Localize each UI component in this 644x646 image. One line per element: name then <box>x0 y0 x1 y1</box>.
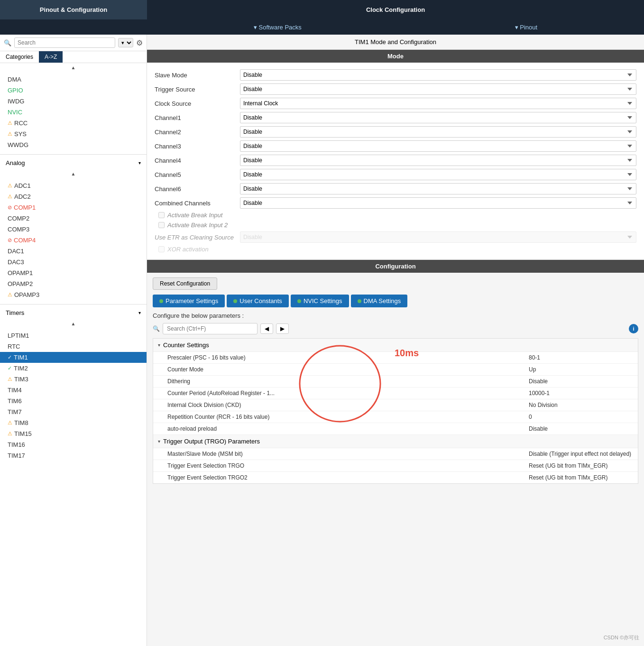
tab-parameter-settings[interactable]: Parameter Settings <box>153 295 225 307</box>
sidebar-section-analog: ⚠ADC1 ⚠ADC2 ⊘COMP1 COMP2 COMP3 ⊘COMP4 DA… <box>0 178 147 302</box>
sidebar-item-comp1[interactable]: ⊘COMP1 <box>0 202 147 213</box>
sidebar-item-iwdg[interactable]: IWDG <box>0 96 147 107</box>
sidebar-item-rtc[interactable]: RTC <box>0 341 147 352</box>
clock-source-select[interactable]: Internal Clock <box>240 98 636 109</box>
sidebar-item-tim3[interactable]: ⚠TIM3 <box>0 374 147 385</box>
sidebar-scroll-up-timers[interactable]: ▲ <box>0 319 147 328</box>
config-search-input[interactable] <box>163 323 258 334</box>
sidebar-analog-header[interactable]: Analog ▾ <box>0 157 147 169</box>
sidebar-item-tim1[interactable]: ✓ TIM1 <box>0 352 147 363</box>
config-header: Configuration <box>147 260 644 273</box>
sidebar-item-comp4[interactable]: ⊘COMP4 <box>0 235 147 246</box>
nav-prev-button[interactable]: ◀ <box>260 323 273 334</box>
sidebar-item-dac1[interactable]: DAC1 <box>0 246 147 257</box>
sidebar-search-row: 🔍 ▾ ⚙ <box>0 35 147 51</box>
timers-chevron: ▾ <box>138 310 141 315</box>
sidebar-item-tim2[interactable]: ✓ TIM2 <box>0 363 147 374</box>
sidebar-item-comp2[interactable]: COMP2 <box>0 213 147 224</box>
software-packs-link[interactable]: Software Packs <box>254 24 302 31</box>
search-input[interactable] <box>14 37 115 48</box>
activate-break2-checkbox[interactable] <box>158 222 165 228</box>
tab-nvic-settings[interactable]: NVIC Settings <box>291 295 349 307</box>
trigger-source-select[interactable]: Disable <box>240 83 636 95</box>
config-search-row: 🔍 ◀ ▶ i <box>153 323 638 334</box>
channel1-row: Channel1 Disable <box>155 112 636 123</box>
clock-header: Clock Configuration <box>147 0 644 19</box>
sidebar-item-lptim1[interactable]: LPTIM1 <box>0 330 147 341</box>
sidebar-item-dac3[interactable]: DAC3 <box>0 257 147 268</box>
sidebar-item-rcc[interactable]: ⚠ RCC <box>0 118 147 129</box>
param-row-counter-period: Counter Period (AutoReload Register - 1.… <box>153 388 638 399</box>
sidebar-item-tim15[interactable]: ⚠TIM15 <box>0 428 147 439</box>
trigger-output-header[interactable]: ▾ Trigger Output (TRGO) Parameters <box>153 435 638 448</box>
channel3-select[interactable]: Disable <box>240 140 636 152</box>
channel2-select[interactable]: Disable <box>240 126 636 138</box>
tab-categories[interactable]: Categories <box>0 51 39 63</box>
nvic-settings-dot <box>297 299 301 303</box>
user-constants-dot <box>233 299 237 303</box>
activate-break2-label: Activate Break Input 2 <box>167 221 228 229</box>
sidebar-item-nvic[interactable]: NVIC <box>0 107 147 118</box>
annotation-area: ▾ Counter Settings Prescaler (PSC - 16 b… <box>153 338 638 484</box>
channel5-label: Channel5 <box>155 171 240 178</box>
tim1-check-icon: ✓ <box>8 354 12 360</box>
nav-next-button[interactable]: ▶ <box>276 323 289 334</box>
iwdg-label: IWDG <box>8 98 24 105</box>
sidebar-item-sys[interactable]: ⚠ SYS <box>0 129 147 139</box>
pinout-link[interactable]: Pinout <box>515 24 538 31</box>
info-button[interactable]: i <box>629 324 638 333</box>
activate-break-checkbox[interactable] <box>158 212 165 218</box>
sys-warn-icon: ⚠ <box>8 131 12 137</box>
tab-dma-settings[interactable]: DMA Settings <box>351 295 408 307</box>
xor-label: XOR activation <box>167 246 209 253</box>
sidebar-scroll-up-system[interactable]: ▲ <box>0 63 147 72</box>
gear-icon[interactable]: ⚙ <box>136 38 143 47</box>
param-row-rcr: Repetition Counter (RCR - 16 bits value)… <box>153 411 638 423</box>
search-scope-select[interactable]: ▾ <box>118 38 133 47</box>
sidebar-item-dma[interactable]: DMA <box>0 74 147 85</box>
tim2-check-icon: ✓ <box>8 365 12 371</box>
channel4-label: Channel4 <box>155 157 240 164</box>
sidebar-item-opamp3[interactable]: ⚠OPAMP3 <box>0 289 147 300</box>
search-icon: 🔍 <box>4 39 11 46</box>
rcc-warn-icon: ⚠ <box>8 120 12 126</box>
tab-atoz[interactable]: A->Z <box>39 51 63 63</box>
counter-settings-header[interactable]: ▾ Counter Settings <box>153 339 638 352</box>
config-tabs: Parameter Settings User Constants NVIC S… <box>153 295 638 307</box>
sidebar-item-tim16[interactable]: TIM16 <box>0 439 147 450</box>
sidebar-item-tim6[interactable]: TIM6 <box>0 396 147 406</box>
trigger-arrow-icon: ▾ <box>158 439 160 444</box>
mode-body: Slave Mode Disable Trigger Source Disabl… <box>147 63 644 260</box>
slave-mode-select[interactable]: Disable <box>240 69 636 81</box>
channel4-select[interactable]: Disable <box>240 155 636 166</box>
sidebar-item-tim7[interactable]: TIM7 <box>0 406 147 417</box>
sidebar-item-comp3[interactable]: COMP3 <box>0 224 147 235</box>
sidebar-item-tim8[interactable]: ⚠TIM8 <box>0 417 147 428</box>
etr-select[interactable]: Disable <box>240 231 636 243</box>
reset-config-button[interactable]: Reset Configuration <box>153 277 217 290</box>
sidebar-item-adc2[interactable]: ⚠ADC2 <box>0 191 147 202</box>
param-row-trgo: Trigger Event Selection TRGO Reset (UG b… <box>153 460 638 472</box>
clock-source-label: Clock Source <box>155 100 240 107</box>
combined-channels-row: Combined Channels Disable <box>155 197 636 209</box>
tab-user-constants[interactable]: User Constants <box>227 295 289 307</box>
xor-checkbox[interactable] <box>158 246 165 252</box>
sidebar-item-tim4[interactable]: TIM4 <box>0 385 147 396</box>
combined-channels-select[interactable]: Disable <box>240 197 636 209</box>
sys-label: SYS <box>14 130 27 138</box>
sidebar-item-opamp1[interactable]: OPAMP1 <box>0 268 147 278</box>
channel6-select[interactable]: Disable <box>240 183 636 194</box>
sidebar-item-wwdg[interactable]: WWDG <box>0 139 147 150</box>
combined-channels-label: Combined Channels <box>155 200 240 207</box>
channel5-select[interactable]: Disable <box>240 169 636 180</box>
sidebar-item-adc1[interactable]: ⚠ADC1 <box>0 180 147 191</box>
xor-row: XOR activation <box>155 246 636 253</box>
sidebar-timers-header[interactable]: Timers ▾ <box>0 306 147 319</box>
analog-chevron: ▾ <box>138 160 141 166</box>
channel1-select[interactable]: Disable <box>240 112 636 123</box>
sidebar-item-tim17[interactable]: TIM17 <box>0 450 147 461</box>
sidebar-item-opamp2[interactable]: OPAMP2 <box>0 278 147 289</box>
comp4-err-icon: ⊘ <box>8 237 12 243</box>
sidebar-item-gpio[interactable]: GPIO <box>0 85 147 96</box>
sidebar-scroll-up-analog[interactable]: ▲ <box>0 169 147 178</box>
